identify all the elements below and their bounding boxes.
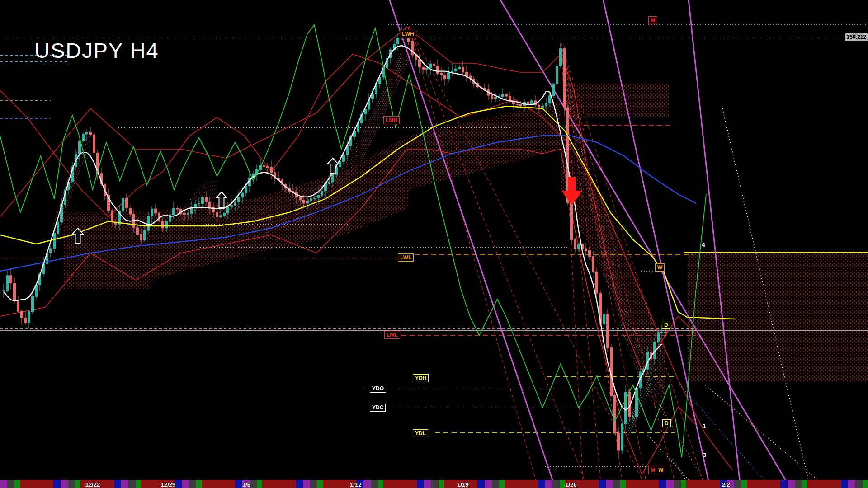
- strip-block: [848, 480, 855, 488]
- strip-block: [68, 480, 75, 488]
- strip-block: [492, 480, 499, 488]
- strip-block: [841, 480, 848, 488]
- strip-block: [310, 480, 317, 488]
- strip-block: [303, 480, 310, 488]
- strip-block: [560, 480, 565, 488]
- strip-block: [383, 480, 417, 488]
- strip-block: [659, 480, 666, 488]
- strip-block: [538, 480, 545, 488]
- strip-block: [439, 480, 444, 488]
- x-axis-label: 1/5: [242, 481, 250, 488]
- strip-block: [317, 480, 323, 488]
- strip-block: [431, 480, 439, 488]
- strip-block: [613, 480, 620, 488]
- strip-block: [363, 480, 371, 488]
- strip-block: [802, 480, 807, 488]
- strip-block: [114, 480, 121, 488]
- strip-block: [0, 480, 7, 488]
- x-axis-labels: 12/2212/291/51/121/191/262/2: [0, 0, 868, 488]
- strip-block: [485, 480, 492, 488]
- strip-block: [196, 480, 202, 488]
- strip-block: [121, 480, 128, 488]
- strip-block: [620, 480, 626, 488]
- strip-block: [378, 480, 383, 488]
- strip-block: [855, 480, 863, 488]
- strip-block: [599, 480, 606, 488]
- strip-block: [681, 480, 686, 488]
- strip-block: [674, 480, 681, 488]
- strip-block: [734, 480, 741, 488]
- strip-block: [250, 480, 257, 488]
- strip-block: [417, 480, 424, 488]
- strip-block: [262, 480, 296, 488]
- x-axis-label: 12/22: [85, 481, 100, 488]
- strip-block: [136, 480, 141, 488]
- strip-block: [189, 480, 196, 488]
- x-axis-label: 2/2: [722, 481, 730, 488]
- strip-block: [626, 480, 659, 488]
- strip-block: [424, 480, 431, 488]
- strip-block: [75, 480, 80, 488]
- strip-block: [863, 480, 868, 488]
- strip-block: [371, 480, 378, 488]
- strip-block: [477, 480, 485, 488]
- strip-block: [182, 480, 189, 488]
- strip-block: [788, 480, 795, 488]
- x-axis-label: 1/12: [350, 481, 361, 488]
- x-axis-label: 12/29: [161, 481, 176, 488]
- strip-block: [128, 480, 136, 488]
- strip-block: [14, 480, 20, 488]
- strip-block: [807, 480, 841, 488]
- strip-block: [795, 480, 802, 488]
- strip-block: [202, 480, 235, 488]
- strip-block: [296, 480, 303, 488]
- strip-block: [552, 480, 560, 488]
- strip-block: [20, 480, 53, 488]
- x-axis-label: 1/19: [457, 481, 468, 488]
- strip-block: [606, 480, 613, 488]
- strip-block: [780, 480, 788, 488]
- strip-block: [61, 480, 68, 488]
- strip-block: [257, 480, 262, 488]
- timeline-strip: [0, 480, 868, 488]
- strip-block: [499, 480, 505, 488]
- strip-block: [505, 480, 538, 488]
- strip-block: [545, 480, 552, 488]
- strip-block: [235, 480, 242, 488]
- strip-block: [53, 480, 61, 488]
- strip-block: [666, 480, 674, 488]
- strip-block: [7, 480, 14, 488]
- chart-window: USDJPY H4 159.212 MLWHLMHLWLLMLYDOYDCYDH…: [0, 0, 868, 488]
- x-axis-label: 1/26: [565, 481, 576, 488]
- strip-block: [686, 480, 720, 488]
- strip-block: [747, 480, 780, 488]
- strip-block: [741, 480, 747, 488]
